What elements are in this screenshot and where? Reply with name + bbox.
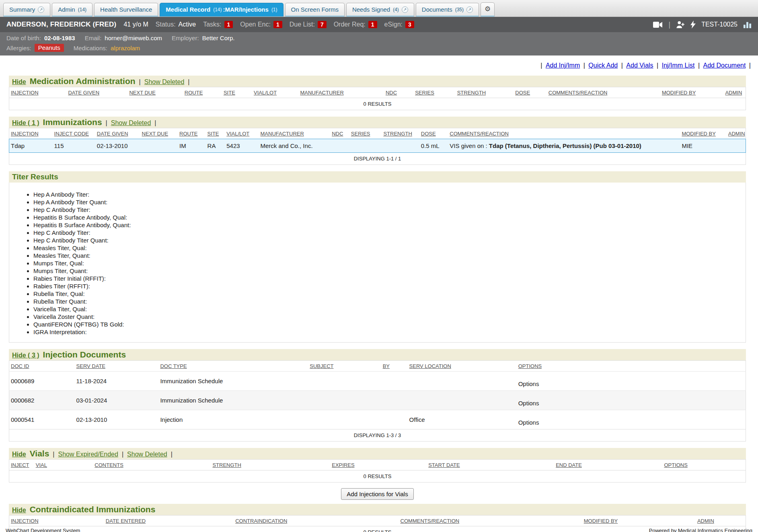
- quick-add-link[interactable]: Quick Add: [588, 62, 618, 69]
- col-header[interactable]: MANUFACTURER: [300, 90, 343, 96]
- popout-icon[interactable]: ↗: [466, 6, 473, 13]
- col-header[interactable]: COMMENTS/REACTION: [401, 518, 460, 524]
- settings-gear-button[interactable]: ⚙: [481, 2, 495, 16]
- col-header[interactable]: DOC TYPE: [160, 363, 187, 369]
- col-header[interactable]: EXPIRES: [332, 462, 354, 468]
- add-inj-imm-link[interactable]: Add Inj/Imm: [546, 62, 580, 69]
- hide-link[interactable]: Hide ( 1 ): [12, 119, 39, 127]
- options-menu[interactable]: Options: [518, 419, 539, 426]
- options-menu[interactable]: Options: [518, 380, 539, 387]
- titer-item: Hepatitis B Surface Antibody, Qual:: [33, 214, 741, 221]
- tab-needs-signed[interactable]: Needs Signed (4) ↗: [346, 3, 414, 16]
- tasks-count-badge[interactable]: 1: [224, 21, 233, 28]
- col-header[interactable]: DOSE: [515, 90, 530, 96]
- col-header[interactable]: OPTIONS: [518, 363, 542, 369]
- col-header[interactable]: NEXT DUE: [142, 131, 168, 137]
- col-header[interactable]: ROUTE: [185, 90, 203, 96]
- open-enc-count-badge[interactable]: 1: [273, 21, 282, 28]
- immunization-row[interactable]: Tdap 115 02-13-2010 IM RA 5423 Merck and…: [9, 139, 746, 153]
- col-header[interactable]: MODIFIED BY: [584, 518, 618, 524]
- add-document-link[interactable]: Add Document: [703, 62, 746, 69]
- col-header[interactable]: DOSE: [421, 131, 436, 137]
- col-header[interactable]: SERV DATE: [76, 363, 105, 369]
- add-vials-link[interactable]: Add Vials: [626, 62, 653, 69]
- col-header[interactable]: ROUTE: [179, 131, 198, 137]
- order-req-count-badge[interactable]: 1: [368, 21, 377, 28]
- col-header[interactable]: ADMIN: [728, 131, 745, 137]
- col-header[interactable]: DATE GIVEN: [97, 131, 128, 137]
- popout-icon[interactable]: ↗: [402, 6, 408, 13]
- col-header[interactable]: MODIFIED BY: [682, 131, 716, 137]
- show-deleted-link[interactable]: Show Deleted: [127, 451, 167, 458]
- col-header[interactable]: SERIES: [415, 90, 434, 96]
- inj-imm-list-link[interactable]: Inj/Imm List: [662, 62, 695, 69]
- titer-item: Measles Titer, Quant:: [33, 252, 741, 259]
- col-header[interactable]: INJECTION: [11, 90, 39, 96]
- col-header[interactable]: NEXT DUE: [129, 90, 156, 96]
- col-header[interactable]: SERIES: [351, 131, 370, 137]
- section-title: Immunizations: [43, 117, 102, 127]
- due-list-count-badge[interactable]: 7: [318, 21, 327, 28]
- add-user-icon[interactable]: [676, 21, 685, 29]
- hide-link[interactable]: Hide: [12, 451, 26, 458]
- tab-health-surveillance[interactable]: Health Surveillance: [94, 3, 158, 16]
- col-header[interactable]: INJECT: [11, 462, 29, 468]
- col-header[interactable]: VIAL/LOT: [254, 90, 277, 96]
- tab-on-screen-forms[interactable]: On Screen Forms: [285, 3, 345, 16]
- col-header[interactable]: SITE: [207, 131, 219, 137]
- col-header[interactable]: NDC: [332, 131, 343, 137]
- tab-admin[interactable]: Admin (14): [52, 3, 92, 16]
- titer-item: Rubella Titer, Qual:: [33, 290, 741, 298]
- col-header[interactable]: BY: [383, 363, 390, 369]
- col-header[interactable]: COMMENTS/REACTION: [450, 131, 509, 137]
- col-header[interactable]: COMMENTS/REACTION: [548, 90, 608, 96]
- tab-documents[interactable]: Documents (35) ↗: [416, 3, 479, 16]
- video-camera-icon[interactable]: [653, 21, 663, 28]
- col-header[interactable]: STRENGTH: [457, 90, 486, 96]
- col-header[interactable]: OPTIONS: [664, 462, 688, 468]
- hide-link[interactable]: Hide: [12, 507, 26, 514]
- show-expired-link[interactable]: Show Expired/Ended: [58, 451, 118, 458]
- col-header[interactable]: ADMIN: [725, 90, 742, 96]
- col-header[interactable]: SERV LOCATION: [409, 363, 451, 369]
- col-header[interactable]: SUBJECT: [310, 363, 333, 369]
- col-header[interactable]: INJECTION: [11, 131, 39, 137]
- col-header[interactable]: INJECT CODE: [54, 131, 89, 137]
- col-header[interactable]: SITE: [224, 90, 235, 96]
- hide-link[interactable]: Hide ( 3 ): [12, 352, 39, 359]
- tab-sublabel: :MAR/Injections: [223, 6, 269, 13]
- chart-icon[interactable]: [743, 21, 752, 29]
- col-header[interactable]: DATE ENTERED: [106, 518, 146, 524]
- allergy-badge[interactable]: Peanuts: [35, 44, 64, 52]
- col-header[interactable]: ADMIN: [697, 518, 714, 524]
- col-header[interactable]: END DATE: [556, 462, 582, 468]
- options-menu[interactable]: Options: [518, 400, 539, 407]
- col-header[interactable]: DOC ID: [11, 363, 29, 369]
- col-header[interactable]: STRENGTH: [212, 462, 241, 468]
- col-header[interactable]: CONTENTS: [94, 462, 123, 468]
- document-row[interactable]: 0000682 03-01-2024 Immunization Schedule…: [9, 391, 746, 410]
- col-header[interactable]: STRENGTH: [383, 131, 412, 137]
- show-deleted-link[interactable]: Show Deleted: [144, 78, 185, 86]
- esign-count-badge[interactable]: 3: [405, 21, 414, 28]
- tab-medical-record-mar-injections[interactable]: Medical Record (14) :MAR/Injections (1): [160, 3, 283, 16]
- lightning-icon[interactable]: [690, 21, 696, 29]
- col-header[interactable]: INJECTION: [11, 518, 39, 524]
- col-header[interactable]: VIAL: [36, 462, 47, 468]
- col-header[interactable]: DATE GIVEN: [68, 90, 99, 96]
- col-header[interactable]: START DATE: [428, 462, 460, 468]
- hide-link[interactable]: Hide: [12, 78, 26, 86]
- show-deleted-link[interactable]: Show Deleted: [111, 119, 151, 127]
- col-header[interactable]: MANUFACTURER: [261, 131, 304, 137]
- cell-dose: 0.5 mL: [419, 139, 448, 153]
- cell-next-due: [140, 139, 178, 153]
- document-row[interactable]: 0000541 02-13-2010 Injection Office Opti…: [9, 410, 746, 429]
- popout-icon[interactable]: ↗: [38, 6, 44, 13]
- col-header[interactable]: MODIFIED BY: [662, 90, 696, 96]
- document-row[interactable]: 0000689 11-18-2024 Immunization Schedule…: [9, 372, 746, 391]
- col-header[interactable]: CONTRAINDICATION: [235, 518, 287, 524]
- add-injections-for-vials-button[interactable]: Add Injections for Vials: [341, 488, 413, 500]
- col-header[interactable]: VIAL/LOT: [226, 131, 249, 137]
- col-header[interactable]: NDC: [386, 90, 397, 96]
- tab-summary[interactable]: Summary ↗: [3, 3, 50, 16]
